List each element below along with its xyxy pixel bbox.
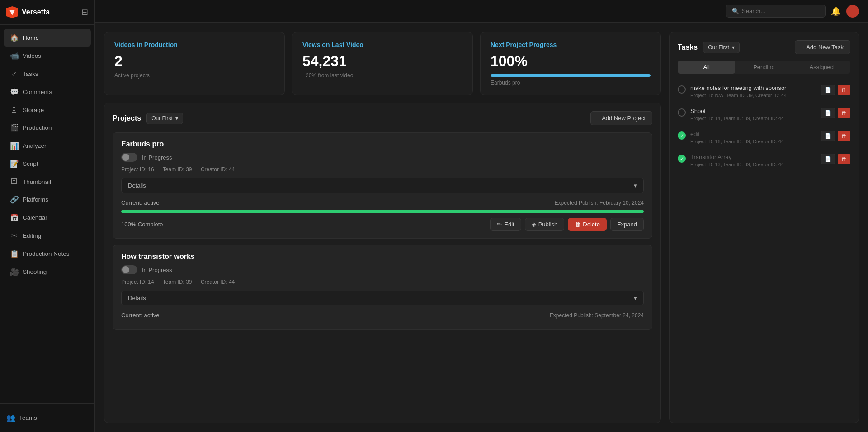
videos-nav-label: Videos: [23, 52, 41, 59]
project-status-text-1: In Progress: [142, 267, 172, 273]
task-edit-btn-2[interactable]: 📄: [821, 131, 835, 141]
right-panel: Tasks Our First ▾ + Add New Task All Pen…: [669, 32, 859, 423]
task-meta-3: Project ID: 13, Team ID: 39, Creator ID:…: [690, 162, 816, 167]
projects-dropdown[interactable]: Our First ▾: [146, 113, 183, 124]
project-toggle-0[interactable]: [121, 153, 137, 162]
current-active-1: Current: active: [121, 312, 160, 319]
task-content-0: make notes for meeting with sponsor Proj…: [690, 85, 816, 98]
sidebar-item-shooting[interactable]: 🎥 Shooting: [4, 263, 91, 281]
task-checkbox-1[interactable]: [678, 108, 686, 117]
sidebar-item-videos[interactable]: 📹 Videos: [4, 47, 91, 65]
tasks-dropdown[interactable]: Our First ▾: [703, 42, 740, 53]
comments-nav-label: Comments: [23, 89, 52, 95]
task-delete-btn-3[interactable]: 🗑: [838, 154, 850, 164]
task-delete-btn-1[interactable]: 🗑: [838, 108, 850, 118]
task-item-3: ✓ Transistor Array Project ID: 13, Team …: [678, 149, 850, 172]
creator-id-0: Creator ID: 44: [201, 166, 235, 173]
notification-bell-icon[interactable]: 🔔: [831, 6, 841, 16]
sidebar-item-platforms[interactable]: 🔗 Platforms: [4, 191, 91, 208]
delete-button-0[interactable]: 🗑 Delete: [568, 218, 607, 231]
search-icon: 🔍: [732, 8, 739, 14]
sidebar-footer: 👥 Teams: [0, 403, 94, 432]
sidebar-toggle-icon[interactable]: ⊟: [81, 7, 88, 17]
task-delete-btn-2[interactable]: 🗑: [838, 131, 850, 141]
creator-id-1: Creator ID: 44: [201, 279, 235, 285]
project-meta-1: Project ID: 14 Team ID: 39 Creator ID: 4…: [121, 279, 644, 285]
details-bar-0[interactable]: Details ▾: [121, 178, 644, 193]
tab-all[interactable]: All: [678, 61, 735, 74]
left-panel: Videos in Production 2 Active projects V…: [104, 32, 661, 423]
projects-title: Projects: [113, 114, 141, 122]
tasks-section: Tasks Our First ▾ + Add New Task All Pen…: [669, 32, 859, 423]
tasks-title: Tasks: [678, 43, 698, 52]
search-input[interactable]: [742, 8, 820, 14]
task-actions-3: 📄 🗑: [821, 154, 850, 164]
sidebar-item-thumbnail[interactable]: 🖼 Thumbnail: [4, 173, 91, 190]
publish-button-0[interactable]: ◈ Publish: [525, 218, 565, 231]
add-new-project-button[interactable]: + Add New Project: [590, 111, 652, 125]
task-checkbox-3[interactable]: ✓: [678, 155, 686, 163]
sidebar-item-production-notes[interactable]: 📋 Production Notes: [4, 245, 91, 263]
calendar-nav-label: Calendar: [23, 214, 47, 221]
task-edit-btn-1[interactable]: 📄: [821, 108, 835, 118]
user-avatar[interactable]: [846, 5, 859, 18]
project-title-0: Earbuds pro: [121, 140, 644, 148]
current-active-row-1: Current: active Expected Publish: Septem…: [121, 312, 644, 319]
task-edit-btn-0[interactable]: 📄: [821, 85, 835, 95]
sidebar-item-tasks[interactable]: ✓ Tasks: [4, 65, 91, 83]
production-nav-label: Production: [23, 124, 52, 131]
task-delete-btn-0[interactable]: 🗑: [838, 85, 850, 95]
project-title-1: How transistor works: [121, 253, 644, 261]
details-bar-1[interactable]: Details ▾: [121, 291, 644, 305]
sidebar-item-comments[interactable]: 💬 Comments: [4, 83, 91, 101]
sidebar-header: Versetta ⊟: [0, 0, 94, 25]
sidebar-item-editing[interactable]: ✂ Editing: [4, 227, 91, 244]
stats-row: Videos in Production 2 Active projects V…: [104, 32, 661, 95]
stat-card-views-last-video: Views on Last Video 54,231 +20% from las…: [292, 32, 473, 95]
stat-title-1: Views on Last Video: [302, 41, 462, 48]
edit-button-0[interactable]: ✏ Edit: [490, 218, 521, 231]
sidebar-item-script[interactable]: 📝 Script: [4, 155, 91, 173]
task-actions-1: 📄 🗑: [821, 108, 850, 118]
tab-assigned[interactable]: Assigned: [793, 61, 850, 74]
logo-icon: [6, 6, 18, 18]
sidebar-item-home[interactable]: 🏠 Home: [4, 29, 91, 47]
search-bar[interactable]: 🔍: [726, 5, 826, 18]
sidebar-item-production[interactable]: 🎬 Production: [4, 119, 91, 136]
task-checkbox-2[interactable]: ✓: [678, 131, 686, 140]
stat-value-2: 100%: [491, 53, 651, 70]
task-meta-2: Project ID: 16, Team ID: 39, Creator ID:…: [690, 139, 816, 144]
project-card-earbuds-pro: Earbuds pro In Progress Project ID: 16 T…: [113, 132, 652, 239]
project-toggle-1[interactable]: [121, 265, 137, 274]
tasks-header-left: Tasks Our First ▾: [678, 42, 740, 53]
task-meta-1: Project ID: 14, Team ID: 39, Creator ID:…: [690, 116, 816, 121]
stat-sub-0: Active projects: [114, 72, 274, 79]
expand-button-0[interactable]: Expand: [610, 218, 644, 231]
task-edit-btn-3[interactable]: 📄: [821, 154, 835, 164]
project-progress-fill-0: [121, 210, 644, 213]
storage-nav-icon: 🗄: [10, 106, 18, 114]
tasks-nav-label: Tasks: [23, 70, 38, 77]
tasks-nav-icon: ✓: [10, 70, 18, 78]
task-content-3: Transistor Array Project ID: 13, Team ID…: [690, 154, 816, 167]
storage-nav-label: Storage: [23, 107, 44, 113]
shooting-nav-label: Shooting: [23, 268, 47, 275]
edit-icon-0: ✏: [497, 221, 502, 228]
app-name: Versetta: [22, 8, 50, 16]
home-nav-icon: 🏠: [10, 33, 18, 42]
task-checkbox-0[interactable]: [678, 85, 686, 94]
project-card-transistor: How transistor works In Progress Project…: [113, 245, 652, 330]
project-status-row-0: In Progress: [121, 153, 644, 162]
sidebar-item-teams[interactable]: 👥 Teams: [0, 408, 94, 427]
team-id-1: Team ID: 39: [163, 279, 192, 285]
production-notes-nav-icon: 📋: [10, 249, 18, 258]
projects-section-header: Projects Our First ▾ + Add New Project: [113, 111, 652, 125]
tab-pending[interactable]: Pending: [735, 61, 793, 74]
project-meta-0: Project ID: 16 Team ID: 39 Creator ID: 4…: [121, 166, 644, 173]
sidebar-item-analyzer[interactable]: 📊 Analyzer: [4, 137, 91, 155]
thumbnail-nav-label: Thumbnail: [23, 178, 51, 185]
task-actions-0: 📄 🗑: [821, 85, 850, 95]
sidebar-item-storage[interactable]: 🗄 Storage: [4, 101, 91, 118]
add-new-task-button[interactable]: + Add New Task: [795, 40, 850, 54]
sidebar-item-calendar[interactable]: 📅 Calendar: [4, 209, 91, 226]
